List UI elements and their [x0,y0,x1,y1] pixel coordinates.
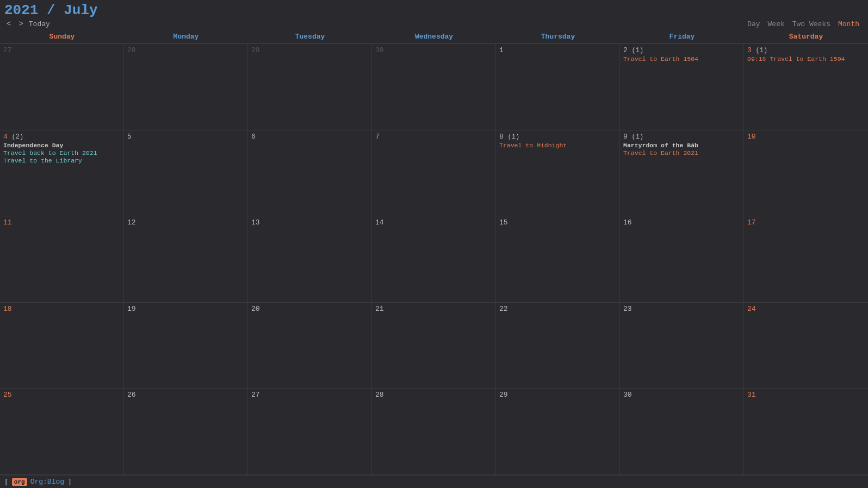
table-row[interactable]: 14 [372,216,496,303]
table-row[interactable]: 25 [0,389,124,475]
bracket-open: [ [4,478,9,486]
bottom-bar: [ org Org:Blog ] [0,475,868,488]
org-tag: org [12,478,27,486]
table-row[interactable]: 28 [124,44,248,130]
event-item[interactable]: Travel back to Earth 2021 [3,149,120,157]
day-number: 24 [747,305,865,313]
view-switcher: Day Week Two Weeks Month [747,20,864,28]
event-item[interactable]: Travel to Midnight [499,142,616,149]
header-sunday: Sunday [0,29,124,43]
day-number: 17 [747,218,865,227]
table-row[interactable]: 18 [0,303,124,389]
table-row[interactable]: 27 [0,44,124,130]
day-number: 11 [3,218,120,227]
table-row[interactable]: 21 [372,303,496,389]
day-number: 9 (1) [623,133,740,141]
view-day[interactable]: Day [747,20,760,28]
table-row[interactable]: 2 (1) Travel to Earth 1504 [620,44,744,130]
header-thursday: Thursday [496,29,620,43]
table-row[interactable]: 29 [248,44,372,130]
day-number: 30 [375,46,492,54]
day-number: 27 [251,391,368,399]
table-row[interactable]: 30 [372,44,496,130]
day-number: 18 [3,305,120,313]
event-item[interactable]: Martyrdom of the Báb [623,142,740,149]
table-row[interactable]: 1 [496,44,620,130]
app: 2021 / July < > Today Day Week Two Weeks… [0,0,868,488]
day-number: 28 [127,46,244,54]
day-number: 26 [127,391,244,399]
day-number: 4 (2) [3,133,120,141]
table-row[interactable]: 12 [124,216,248,303]
day-headers: Sunday Monday Tuesday Wednesday Thursday… [0,29,868,44]
table-row[interactable]: 7 [372,130,496,217]
day-number: 21 [375,305,492,313]
table-row[interactable]: 17 [744,216,868,303]
day-number: 23 [623,305,740,313]
event-item[interactable]: 09:18 Travel to Earth 1504 [747,55,865,62]
day-number: 28 [375,391,492,399]
view-two-weeks[interactable]: Two Weeks [792,20,830,28]
event-item[interactable]: Travel to Earth 1504 [623,55,740,62]
day-number: 20 [251,305,368,313]
page-title: 2021 / July [4,2,98,18]
day-number: 3 (1) [747,46,865,54]
day-number: 5 [127,133,244,141]
day-number: 14 [375,218,492,227]
day-number: 2 (1) [623,46,740,54]
event-item[interactable]: Travel to Earth 2021 [623,149,740,157]
table-row[interactable]: 5 [124,130,248,217]
table-row[interactable]: 27 [248,389,372,475]
table-row[interactable]: 4 (2) Independence Day Travel back to Ea… [0,130,124,217]
table-row[interactable]: 23 [620,303,744,389]
table-row[interactable]: 20 [248,303,372,389]
table-row[interactable]: 22 [496,303,620,389]
year-label: 2021 [4,2,38,18]
day-number: 8 (1) [499,133,616,141]
day-number: 31 [747,391,865,399]
day-number: 13 [251,218,368,227]
header-saturday: Saturday [744,29,868,43]
prev-button[interactable]: < [4,20,13,28]
header-friday: Friday [620,29,744,43]
view-week[interactable]: Week [768,20,785,28]
calendar-grid: 27 28 29 30 1 2 (1) Travel to Earth 1504… [0,44,868,475]
today-button[interactable]: Today [29,20,50,28]
table-row[interactable]: 10 [744,130,868,217]
header-monday: Monday [124,29,248,43]
table-row[interactable]: 3 (1) 09:18 Travel to Earth 1504 [744,44,868,130]
org-label[interactable]: Org:Blog [30,478,64,486]
event-item[interactable]: Travel to the Library [3,157,120,164]
table-row[interactable]: 24 [744,303,868,389]
next-button[interactable]: > [16,20,25,28]
day-number: 1 [499,46,616,54]
table-row[interactable]: 28 [372,389,496,475]
header: 2021 / July < > Today Day Week Two Weeks… [0,0,868,29]
day-number: 6 [251,133,368,141]
bracket-close: ] [67,478,72,486]
title-row: 2021 / July [4,2,864,18]
table-row[interactable]: 26 [124,389,248,475]
table-row[interactable]: 6 [248,130,372,217]
table-row[interactable]: 19 [124,303,248,389]
table-row[interactable]: 13 [248,216,372,303]
table-row[interactable]: 11 [0,216,124,303]
slash-label: / [47,2,64,18]
month-label: July [64,2,97,18]
day-number: 16 [623,218,740,227]
day-number: 27 [3,46,120,54]
event-item[interactable]: Independence Day [3,142,120,149]
header-tuesday: Tuesday [248,29,372,43]
day-number: 25 [3,391,120,399]
day-number: 29 [499,391,616,399]
table-row[interactable]: 31 [744,389,868,475]
today-cell[interactable]: 30 [620,389,744,475]
nav-row: < > Today Day Week Two Weeks Month [4,20,864,28]
table-row[interactable]: 29 [496,389,620,475]
table-row[interactable]: 16 [620,216,744,303]
table-row[interactable]: 9 (1) Martyrdom of the Báb Travel to Ear… [620,130,744,217]
table-row[interactable]: 15 [496,216,620,303]
day-number: 12 [127,218,244,227]
view-month[interactable]: Month [838,20,859,28]
table-row[interactable]: 8 (1) Travel to Midnight [496,130,620,217]
